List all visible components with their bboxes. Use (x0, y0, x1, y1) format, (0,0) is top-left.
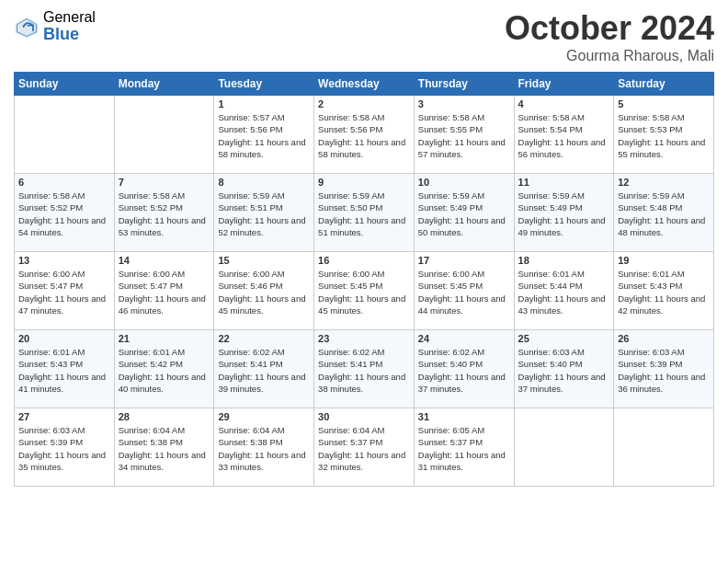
logo-text: General Blue (43, 9, 96, 43)
day-number: 28 (119, 411, 210, 422)
day-info: Sunrise: 5:59 AMSunset: 5:50 PMDaylight:… (318, 190, 410, 238)
day-number: 3 (418, 98, 510, 109)
sunset: Sunset: 5:45 PM (318, 281, 382, 291)
calendar-cell: 7Sunrise: 5:58 AMSunset: 5:52 PMDaylight… (114, 174, 214, 252)
day-number: 10 (418, 177, 510, 188)
logo-general: General (43, 9, 96, 26)
sunrise: Sunrise: 6:05 AM (418, 425, 484, 435)
day-number: 29 (218, 411, 310, 422)
calendar-cell: 9Sunrise: 5:59 AMSunset: 5:50 PMDaylight… (314, 174, 415, 252)
calendar-cell (114, 96, 214, 174)
calendar-cell: 2Sunrise: 5:58 AMSunset: 5:56 PMDaylight… (314, 96, 415, 174)
day-info: Sunrise: 5:58 AMSunset: 5:56 PMDaylight:… (318, 111, 410, 160)
sunrise: Sunrise: 6:01 AM (119, 347, 185, 357)
sunset: Sunset: 5:49 PM (518, 202, 583, 213)
sunrise: Sunrise: 5:58 AM (618, 112, 684, 122)
col-sunday: Sunday (15, 73, 115, 96)
calendar-cell: 26Sunrise: 6:03 AMSunset: 5:39 PMDayligh… (614, 330, 714, 408)
calendar-cell: 20Sunrise: 6:01 AMSunset: 5:43 PMDayligh… (15, 330, 115, 408)
sunset: Sunset: 5:48 PM (618, 202, 682, 213)
calendar-cell: 25Sunrise: 6:03 AMSunset: 5:40 PMDayligh… (514, 330, 614, 408)
sunrise: Sunrise: 5:59 AM (618, 190, 684, 201)
day-info: Sunrise: 6:05 AMSunset: 5:37 PMDaylight:… (418, 424, 510, 473)
sunrise: Sunrise: 6:04 AM (119, 425, 185, 435)
daylight: Daylight: 11 hours and 46 minutes. (119, 293, 206, 316)
calendar-header-row: Sunday Monday Tuesday Wednesday Thursday… (15, 73, 714, 96)
calendar-cell: 30Sunrise: 6:04 AMSunset: 5:37 PMDayligh… (314, 408, 415, 487)
daylight: Daylight: 11 hours and 37 minutes. (418, 372, 506, 394)
sunset: Sunset: 5:51 PM (218, 202, 282, 213)
day-info: Sunrise: 6:01 AMSunset: 5:44 PMDaylight:… (518, 268, 610, 316)
sunrise: Sunrise: 6:02 AM (218, 347, 284, 357)
col-tuesday: Tuesday (214, 73, 314, 96)
sunset: Sunset: 5:52 PM (18, 202, 83, 213)
sunrise: Sunrise: 5:59 AM (318, 190, 384, 201)
page-container: General Blue October 2024 Gourma Rharous… (0, 0, 728, 496)
sunrise: Sunrise: 6:00 AM (318, 269, 384, 279)
calendar-cell: 29Sunrise: 6:04 AMSunset: 5:38 PMDayligh… (214, 408, 314, 487)
day-number: 13 (18, 255, 110, 266)
day-number: 23 (318, 333, 410, 344)
calendar-cell: 27Sunrise: 6:03 AMSunset: 5:39 PMDayligh… (15, 408, 115, 487)
daylight: Daylight: 11 hours and 39 minutes. (218, 372, 305, 394)
day-number: 19 (618, 255, 710, 266)
header: General Blue October 2024 Gourma Rharous… (14, 9, 714, 64)
calendar-week-row: 27Sunrise: 6:03 AMSunset: 5:39 PMDayligh… (15, 408, 714, 487)
day-info: Sunrise: 5:58 AMSunset: 5:52 PMDaylight:… (18, 190, 110, 238)
day-info: Sunrise: 6:04 AMSunset: 5:38 PMDaylight:… (119, 424, 210, 473)
logo-icon (14, 14, 40, 40)
day-info: Sunrise: 6:02 AMSunset: 5:41 PMDaylight:… (218, 346, 310, 395)
calendar-cell: 6Sunrise: 5:58 AMSunset: 5:52 PMDaylight… (15, 174, 115, 252)
sunset: Sunset: 5:52 PM (119, 202, 183, 213)
day-info: Sunrise: 5:58 AMSunset: 5:55 PMDaylight:… (418, 111, 510, 160)
day-number: 14 (119, 255, 210, 266)
calendar-cell: 24Sunrise: 6:02 AMSunset: 5:40 PMDayligh… (414, 330, 514, 408)
day-info: Sunrise: 6:00 AMSunset: 5:47 PMDaylight:… (119, 268, 210, 316)
calendar-cell (614, 408, 714, 487)
calendar-cell: 10Sunrise: 5:59 AMSunset: 5:49 PMDayligh… (414, 174, 514, 252)
day-number: 22 (218, 333, 310, 344)
day-info: Sunrise: 6:02 AMSunset: 5:40 PMDaylight:… (418, 346, 510, 395)
day-info: Sunrise: 6:04 AMSunset: 5:38 PMDaylight:… (218, 424, 310, 473)
calendar-cell: 17Sunrise: 6:00 AMSunset: 5:45 PMDayligh… (414, 252, 514, 330)
day-info: Sunrise: 6:00 AMSunset: 5:47 PMDaylight:… (18, 268, 110, 316)
sunset: Sunset: 5:38 PM (218, 437, 282, 447)
daylight: Daylight: 11 hours and 42 minutes. (618, 293, 705, 316)
daylight: Daylight: 11 hours and 44 minutes. (418, 293, 506, 316)
day-number: 21 (119, 333, 210, 344)
sunrise: Sunrise: 6:00 AM (418, 269, 484, 279)
col-thursday: Thursday (414, 73, 514, 96)
calendar-cell: 22Sunrise: 6:02 AMSunset: 5:41 PMDayligh… (214, 330, 314, 408)
daylight: Daylight: 11 hours and 49 minutes. (518, 215, 606, 237)
calendar-week-row: 13Sunrise: 6:00 AMSunset: 5:47 PMDayligh… (15, 252, 714, 330)
sunrise: Sunrise: 6:02 AM (418, 347, 484, 357)
sunset: Sunset: 5:56 PM (318, 124, 382, 134)
sunset: Sunset: 5:37 PM (418, 437, 483, 447)
calendar-cell: 12Sunrise: 5:59 AMSunset: 5:48 PMDayligh… (614, 174, 714, 252)
day-number: 9 (318, 177, 410, 188)
day-number: 6 (18, 177, 110, 188)
col-monday: Monday (114, 73, 214, 96)
calendar-cell: 5Sunrise: 5:58 AMSunset: 5:53 PMDaylight… (614, 96, 714, 174)
calendar-table: Sunday Monday Tuesday Wednesday Thursday… (14, 72, 714, 487)
sunrise: Sunrise: 5:59 AM (518, 190, 585, 201)
day-number: 4 (518, 98, 610, 109)
day-info: Sunrise: 5:57 AMSunset: 5:56 PMDaylight:… (218, 111, 310, 160)
sunrise: Sunrise: 6:03 AM (518, 347, 585, 357)
logo-blue: Blue (43, 26, 96, 44)
calendar-cell: 4Sunrise: 5:58 AMSunset: 5:54 PMDaylight… (514, 96, 614, 174)
daylight: Daylight: 11 hours and 53 minutes. (119, 215, 206, 237)
calendar-cell: 8Sunrise: 5:59 AMSunset: 5:51 PMDaylight… (214, 174, 314, 252)
day-info: Sunrise: 6:00 AMSunset: 5:46 PMDaylight:… (218, 268, 310, 316)
daylight: Daylight: 11 hours and 50 minutes. (418, 215, 506, 237)
day-info: Sunrise: 6:01 AMSunset: 5:42 PMDaylight:… (119, 346, 210, 395)
svg-marker-0 (15, 17, 38, 38)
sunset: Sunset: 5:39 PM (618, 359, 682, 369)
sunset: Sunset: 5:56 PM (218, 124, 282, 134)
calendar-cell: 19Sunrise: 6:01 AMSunset: 5:43 PMDayligh… (614, 252, 714, 330)
sunrise: Sunrise: 5:58 AM (518, 112, 585, 122)
location: Gourma Rharous, Mali (505, 48, 714, 64)
sunset: Sunset: 5:42 PM (119, 359, 183, 369)
daylight: Daylight: 11 hours and 31 minutes. (418, 450, 506, 472)
daylight: Daylight: 11 hours and 33 minutes. (218, 450, 305, 472)
